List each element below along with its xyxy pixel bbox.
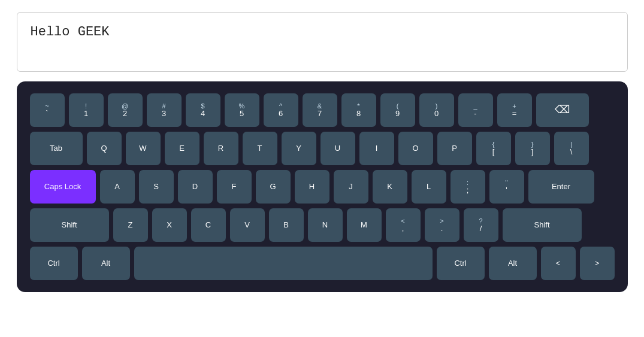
key-semicolon[interactable]: :;: [451, 170, 485, 204]
display-text: Hello GEEK: [31, 25, 110, 40]
key-d[interactable]: D: [178, 170, 213, 204]
key-alt-r[interactable]: Alt: [489, 247, 537, 280]
key-y-label: Y: [296, 144, 301, 153]
key-backslash-bottom: \: [570, 148, 573, 156]
key-s[interactable]: S: [139, 170, 174, 204]
key-enter-label: Enter: [552, 182, 570, 192]
key-lbracket[interactable]: {[: [476, 132, 511, 165]
key-0-bottom: 0: [434, 110, 439, 117]
key-i-label: I: [376, 144, 378, 153]
key-x[interactable]: X: [152, 208, 187, 242]
key-e-label: E: [179, 144, 185, 153]
key-f[interactable]: F: [217, 170, 252, 204]
key-angle-l-label: <: [556, 259, 561, 268]
key-tilde[interactable]: ~`: [30, 93, 65, 127]
key-z[interactable]: Z: [113, 208, 148, 242]
key-h[interactable]: H: [295, 170, 329, 204]
key-l-label: L: [427, 182, 431, 192]
key-3[interactable]: #3: [147, 93, 182, 127]
key-w[interactable]: W: [126, 132, 161, 165]
key-p[interactable]: P: [437, 132, 472, 165]
key-u-label: U: [335, 144, 340, 153]
key-shift-r[interactable]: Shift: [503, 208, 582, 242]
key-k[interactable]: K: [373, 170, 407, 204]
key-b-label: B: [283, 220, 289, 230]
key-5[interactable]: %5: [225, 93, 259, 127]
key-9-bottom: 9: [395, 110, 400, 117]
key-minus[interactable]: _-: [458, 93, 493, 127]
key-3-bottom: 3: [162, 110, 166, 117]
key-lbracket-bottom: [: [492, 148, 495, 156]
key-b[interactable]: B: [269, 208, 304, 242]
keyboard-row-zxcv: ShiftZXCVBNM<,>.?/Shift: [30, 208, 615, 242]
key-angle-l[interactable]: <: [541, 247, 576, 280]
key-p-label: P: [452, 144, 457, 153]
key-o[interactable]: O: [398, 132, 433, 165]
key-9[interactable]: (9: [380, 93, 415, 127]
key-shift-r-label: Shift: [534, 220, 549, 230]
key-caps[interactable]: Caps Lock: [30, 170, 96, 204]
key-d-label: D: [192, 182, 198, 192]
keyboard-row-bottom: CtrlAltCtrlAlt<>: [30, 247, 615, 280]
key-6[interactable]: ^6: [264, 93, 298, 127]
key-7[interactable]: &7: [303, 93, 337, 127]
key-ctrl-r[interactable]: Ctrl: [437, 247, 485, 280]
key-shift-l[interactable]: Shift: [30, 208, 109, 242]
key-equals[interactable]: +=: [497, 93, 532, 127]
key-v[interactable]: V: [230, 208, 265, 242]
key-rbracket-bottom: ]: [531, 148, 534, 156]
key-alt-l[interactable]: Alt: [82, 247, 130, 280]
key-space[interactable]: [134, 247, 433, 280]
keyboard: ~`!1@2#3$4%5^6&7*8(9)0_-+=⌫TabQWERTYUIOP…: [17, 81, 628, 292]
key-backslash[interactable]: |\: [554, 132, 589, 165]
key-1-bottom: 1: [84, 110, 88, 117]
key-equals-bottom: =: [512, 110, 517, 117]
key-6-bottom: 6: [279, 110, 283, 117]
key-0[interactable]: )0: [419, 93, 454, 127]
key-backspace-label: ⌫: [555, 104, 570, 117]
key-k-label: K: [387, 182, 392, 192]
key-j[interactable]: J: [334, 170, 368, 204]
key-caps-label: Caps Lock: [44, 182, 81, 192]
key-r[interactable]: R: [204, 132, 238, 165]
key-2-bottom: 2: [123, 110, 127, 117]
key-enter[interactable]: Enter: [528, 170, 594, 204]
key-l[interactable]: L: [412, 170, 446, 204]
key-y[interactable]: Y: [282, 132, 316, 165]
key-q[interactable]: Q: [87, 132, 122, 165]
key-e[interactable]: E: [165, 132, 199, 165]
key-u[interactable]: U: [321, 132, 355, 165]
key-4[interactable]: $4: [186, 93, 220, 127]
key-minus-bottom: -: [474, 110, 476, 117]
key-z-label: Z: [128, 220, 133, 230]
key-backspace[interactable]: ⌫: [536, 93, 589, 127]
key-2[interactable]: @2: [108, 93, 143, 127]
key-8[interactable]: *8: [341, 93, 376, 127]
key-slash[interactable]: ?/: [464, 208, 498, 242]
key-quote[interactable]: "': [489, 170, 524, 204]
key-comma[interactable]: <,: [386, 208, 421, 242]
key-g[interactable]: G: [256, 170, 291, 204]
keyboard-row-asdf: Caps LockASDFGHJKL:;"'Enter: [30, 170, 615, 204]
key-m[interactable]: M: [347, 208, 382, 242]
key-c[interactable]: C: [191, 208, 226, 242]
keyboard-row-numbers: ~`!1@2#3$4%5^6&7*8(9)0_-+=⌫: [30, 93, 615, 127]
key-h-label: H: [309, 182, 315, 192]
key-angle-r[interactable]: >: [580, 247, 615, 280]
key-rbracket[interactable]: }]: [515, 132, 550, 165]
key-t[interactable]: T: [243, 132, 277, 165]
key-ctrl-l[interactable]: Ctrl: [30, 247, 78, 280]
key-period[interactable]: >.: [425, 208, 459, 242]
key-i[interactable]: I: [359, 132, 394, 165]
key-1[interactable]: !1: [69, 93, 104, 127]
key-a[interactable]: A: [100, 170, 135, 204]
key-8-bottom: 8: [356, 110, 361, 117]
key-ctrl-l-label: Ctrl: [47, 259, 59, 268]
key-7-bottom: 7: [318, 110, 322, 117]
key-q-label: Q: [101, 144, 107, 153]
key-n[interactable]: N: [308, 208, 343, 242]
key-v-label: V: [244, 220, 250, 230]
key-alt-r-label: Alt: [508, 259, 517, 268]
key-quote-bottom: ': [506, 186, 507, 194]
key-tab[interactable]: Tab: [30, 132, 83, 165]
